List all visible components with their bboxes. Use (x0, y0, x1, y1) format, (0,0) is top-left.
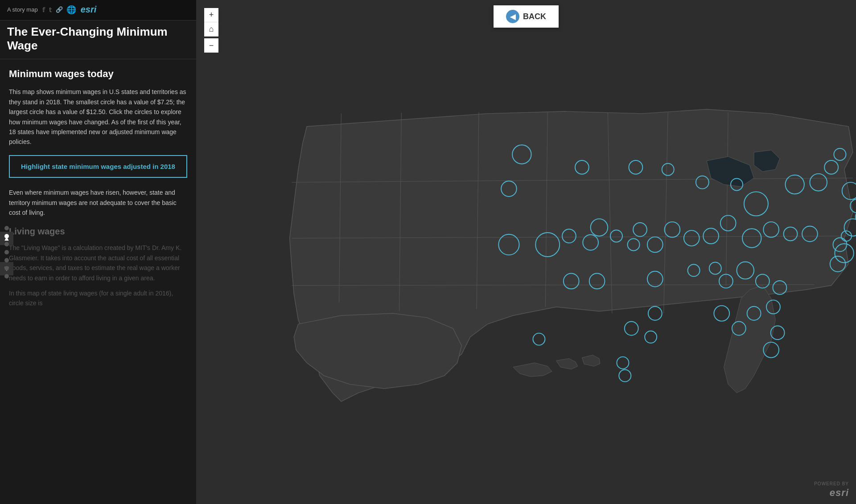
florida (724, 285, 776, 393)
section-living-wages-desc: The "Living Wage" is a calculation creat… (9, 243, 187, 283)
story-map-label: A story map (7, 6, 38, 13)
us-map-container (255, 68, 856, 469)
section-living-wages-desc2: In this map of state living wages (for a… (9, 288, 187, 308)
dot-nav-item[interactable] (4, 234, 9, 238)
powered-by: POWERED BY esri (814, 481, 849, 499)
dot-navigation (4, 226, 9, 279)
map-controls: + ⌂ − (204, 8, 218, 53)
state-wage-circle[interactable] (619, 369, 631, 381)
state-wage-circle[interactable] (533, 333, 545, 345)
esri-logo: esri (830, 487, 849, 499)
app-header: A story map 𝕗 𝕥 🔗 🌐 esri (0, 0, 196, 20)
zoom-in-button[interactable]: + (204, 8, 218, 22)
dot-nav-item[interactable] (4, 242, 9, 246)
highlight-2018-button[interactable]: Highlight state minimum wages adjusted i… (9, 155, 187, 178)
left-arrow-icon: ◀ (510, 12, 515, 21)
section-main-title: Minimum wages today (9, 68, 187, 80)
dot-nav-item[interactable] (4, 258, 9, 262)
section-living-wages-title: Living wages (9, 226, 187, 237)
state-wage-circle[interactable] (645, 331, 657, 343)
map-area[interactable]: ◀ BACK + ⌂ − (196, 0, 856, 504)
us-states (290, 109, 853, 402)
content-area: Minimum wages today This map shows minim… (0, 59, 196, 504)
state-wage-circle[interactable] (714, 305, 729, 321)
hawaii (513, 363, 552, 377)
dot-nav-item[interactable] (4, 266, 9, 270)
us-map-svg (255, 68, 856, 469)
app-title: The Ever-Changing Minimum Wage (0, 20, 196, 59)
back-button[interactable]: ◀ BACK (494, 5, 559, 28)
zoom-out-button[interactable]: − (204, 38, 218, 53)
hawaii (582, 355, 600, 366)
dot-nav-item[interactable] (4, 226, 9, 230)
back-label: BACK (523, 12, 546, 21)
dot-nav-item[interactable] (4, 274, 9, 279)
state-wage-circle[interactable] (625, 321, 638, 335)
sidebar: A story map 𝕗 𝕥 🔗 🌐 esri The Ever-Changi… (0, 0, 196, 504)
alaska (294, 313, 461, 389)
story-map-row: A story map 𝕗 𝕥 🔗 🌐 esri (7, 4, 189, 15)
section-main-description: This map shows minimum wages in U.S stat… (9, 87, 187, 147)
home-button[interactable]: ⌂ (204, 22, 218, 37)
header-icons: 𝕗 𝕥 🔗 🌐 esri (42, 4, 97, 15)
twitter-icon[interactable]: 𝕥 (49, 6, 52, 13)
state-wage-circle[interactable] (617, 356, 629, 369)
globe-icon[interactable]: 🌐 (66, 5, 76, 15)
powered-by-label: POWERED BY (814, 481, 849, 486)
esri-header-logo: esri (81, 4, 97, 15)
back-arrow-icon: ◀ (506, 10, 519, 23)
hawaii (556, 358, 578, 369)
facebook-icon[interactable]: 𝕗 (42, 6, 45, 13)
link-icon[interactable]: 🔗 (56, 6, 63, 13)
section-after-text: Even where minimum wages have risen, how… (9, 188, 187, 217)
dot-nav-item[interactable] (4, 250, 9, 254)
state-wage-circle[interactable] (648, 306, 662, 320)
